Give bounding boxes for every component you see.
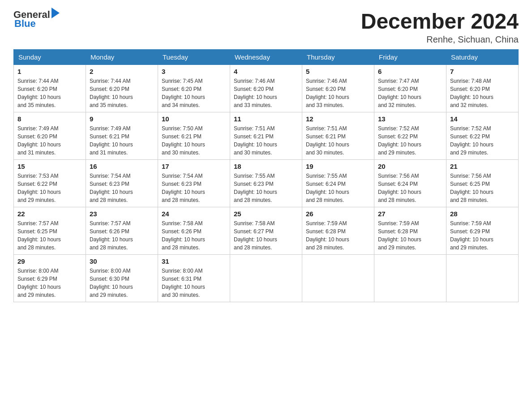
calendar-cell: 29 Sunrise: 8:00 AMSunset: 6:29 PMDaylig… [14,255,86,302]
calendar-cell [446,255,519,302]
calendar-cell: 7 Sunrise: 7:48 AMSunset: 6:20 PMDayligh… [446,65,519,112]
day-info: Sunrise: 7:57 AMSunset: 6:25 PMDaylight:… [17,219,82,252]
calendar-week-row: 22 Sunrise: 7:57 AMSunset: 6:25 PMDaylig… [14,207,519,255]
day-number: 21 [450,163,515,170]
calendar-cell: 6 Sunrise: 7:47 AMSunset: 6:20 PMDayligh… [374,65,446,112]
calendar-cell: 23 Sunrise: 7:57 AMSunset: 6:26 PMDaylig… [86,207,158,255]
day-number: 7 [450,68,515,75]
calendar-cell: 14 Sunrise: 7:52 AMSunset: 6:22 PMDaylig… [446,112,519,160]
calendar-cell: 17 Sunrise: 7:54 AMSunset: 6:23 PMDaylig… [158,160,230,207]
day-info: Sunrise: 7:46 AMSunset: 6:20 PMDaylight:… [306,77,370,109]
calendar-cell: 16 Sunrise: 7:54 AMSunset: 6:23 PMDaylig… [86,160,158,207]
day-number: 12 [306,115,370,123]
day-number: 30 [90,257,154,265]
day-info: Sunrise: 7:55 AMSunset: 6:23 PMDaylight:… [234,172,298,204]
day-number: 29 [17,257,82,265]
calendar-cell: 28 Sunrise: 7:59 AMSunset: 6:29 PMDaylig… [446,207,519,255]
calendar-cell: 10 Sunrise: 7:50 AMSunset: 6:21 PMDaylig… [158,112,230,160]
calendar-header-saturday: Saturday [446,50,519,65]
logo: General Blue [13,9,60,30]
day-info: Sunrise: 7:47 AMSunset: 6:20 PMDaylight:… [378,77,442,109]
day-number: 11 [234,115,298,123]
day-number: 1 [17,68,82,75]
calendar-cell: 20 Sunrise: 7:56 AMSunset: 6:24 PMDaylig… [374,160,446,207]
day-info: Sunrise: 7:59 AMSunset: 6:28 PMDaylight:… [306,219,370,252]
calendar-cell: 4 Sunrise: 7:46 AMSunset: 6:20 PMDayligh… [230,65,302,112]
day-info: Sunrise: 7:49 AMSunset: 6:21 PMDaylight:… [90,124,154,157]
day-info: Sunrise: 7:49 AMSunset: 6:20 PMDaylight:… [17,124,82,157]
day-info: Sunrise: 8:00 AMSunset: 6:29 PMDaylight:… [17,267,82,299]
day-info: Sunrise: 7:58 AMSunset: 6:27 PMDaylight:… [234,219,298,252]
calendar-header-friday: Friday [374,50,446,65]
calendar-header-sunday: Sunday [14,50,86,65]
calendar-cell: 31 Sunrise: 8:00 AMSunset: 6:31 PMDaylig… [158,255,230,302]
calendar-cell: 26 Sunrise: 7:59 AMSunset: 6:28 PMDaylig… [302,207,374,255]
location-text: Renhe, Sichuan, China [361,34,519,45]
calendar-cell: 18 Sunrise: 7:55 AMSunset: 6:23 PMDaylig… [230,160,302,207]
day-number: 17 [162,163,226,170]
day-info: Sunrise: 7:56 AMSunset: 6:25 PMDaylight:… [450,172,515,204]
calendar-table: SundayMondayTuesdayWednesdayThursdayFrid… [13,49,519,302]
calendar-week-row: 8 Sunrise: 7:49 AMSunset: 6:20 PMDayligh… [14,112,519,160]
day-info: Sunrise: 7:57 AMSunset: 6:26 PMDaylight:… [90,219,154,252]
calendar-cell: 22 Sunrise: 7:57 AMSunset: 6:25 PMDaylig… [14,207,86,255]
calendar-cell: 19 Sunrise: 7:55 AMSunset: 6:24 PMDaylig… [302,160,374,207]
calendar-header-thursday: Thursday [302,50,374,65]
day-info: Sunrise: 7:54 AMSunset: 6:23 PMDaylight:… [162,172,226,204]
day-number: 23 [90,210,154,218]
day-number: 8 [17,115,82,123]
calendar-cell: 24 Sunrise: 7:58 AMSunset: 6:26 PMDaylig… [158,207,230,255]
calendar-week-row: 29 Sunrise: 8:00 AMSunset: 6:29 PMDaylig… [14,255,519,302]
calendar-cell: 12 Sunrise: 7:51 AMSunset: 6:21 PMDaylig… [302,112,374,160]
day-info: Sunrise: 7:58 AMSunset: 6:26 PMDaylight:… [162,219,226,252]
day-number: 10 [162,115,226,123]
day-info: Sunrise: 7:52 AMSunset: 6:22 PMDaylight:… [450,124,515,157]
calendar-cell: 21 Sunrise: 7:56 AMSunset: 6:25 PMDaylig… [446,160,519,207]
day-number: 20 [378,163,442,170]
calendar-week-row: 1 Sunrise: 7:44 AMSunset: 6:20 PMDayligh… [14,65,519,112]
day-number: 24 [162,210,226,218]
day-number: 15 [17,163,82,170]
day-number: 22 [17,210,82,218]
day-number: 27 [378,210,442,218]
day-info: Sunrise: 7:55 AMSunset: 6:24 PMDaylight:… [306,172,370,204]
month-title: December 2024 [361,9,519,34]
calendar-cell: 3 Sunrise: 7:45 AMSunset: 6:20 PMDayligh… [158,65,230,112]
day-info: Sunrise: 7:54 AMSunset: 6:23 PMDaylight:… [90,172,154,204]
calendar-header-row: SundayMondayTuesdayWednesdayThursdayFrid… [14,50,519,65]
day-info: Sunrise: 7:45 AMSunset: 6:20 PMDaylight:… [162,77,226,109]
calendar-cell: 13 Sunrise: 7:52 AMSunset: 6:22 PMDaylig… [374,112,446,160]
calendar-cell: 27 Sunrise: 7:59 AMSunset: 6:28 PMDaylig… [374,207,446,255]
day-info: Sunrise: 8:00 AMSunset: 6:30 PMDaylight:… [90,267,154,299]
day-info: Sunrise: 7:44 AMSunset: 6:20 PMDaylight:… [90,77,154,109]
calendar-header-tuesday: Tuesday [158,50,230,65]
calendar-cell: 2 Sunrise: 7:44 AMSunset: 6:20 PMDayligh… [86,65,158,112]
calendar-cell: 15 Sunrise: 7:53 AMSunset: 6:22 PMDaylig… [14,160,86,207]
day-number: 16 [90,163,154,170]
calendar-cell: 25 Sunrise: 7:58 AMSunset: 6:27 PMDaylig… [230,207,302,255]
calendar-cell: 5 Sunrise: 7:46 AMSunset: 6:20 PMDayligh… [302,65,374,112]
day-info: Sunrise: 7:53 AMSunset: 6:22 PMDaylight:… [17,172,82,204]
calendar-cell: 8 Sunrise: 7:49 AMSunset: 6:20 PMDayligh… [14,112,86,160]
page-header: General Blue December 2024 Renhe, Sichua… [13,9,519,45]
calendar-cell: 11 Sunrise: 7:51 AMSunset: 6:21 PMDaylig… [230,112,302,160]
day-info: Sunrise: 8:00 AMSunset: 6:31 PMDaylight:… [162,267,226,299]
calendar-cell [302,255,374,302]
day-info: Sunrise: 7:52 AMSunset: 6:22 PMDaylight:… [378,124,442,157]
day-number: 19 [306,163,370,170]
day-info: Sunrise: 7:50 AMSunset: 6:21 PMDaylight:… [162,124,226,157]
day-info: Sunrise: 7:48 AMSunset: 6:20 PMDaylight:… [450,77,515,109]
day-info: Sunrise: 7:46 AMSunset: 6:20 PMDaylight:… [234,77,298,109]
calendar-header-wednesday: Wednesday [230,50,302,65]
day-number: 26 [306,210,370,218]
calendar-week-row: 15 Sunrise: 7:53 AMSunset: 6:22 PMDaylig… [14,160,519,207]
day-number: 9 [90,115,154,123]
logo-blue-text: Blue [14,18,36,30]
day-number: 5 [306,68,370,75]
day-info: Sunrise: 7:51 AMSunset: 6:21 PMDaylight:… [234,124,298,157]
day-number: 2 [90,68,154,75]
day-number: 4 [234,68,298,75]
day-number: 14 [450,115,515,123]
logo-triangle-icon [51,8,60,18]
day-number: 13 [378,115,442,123]
